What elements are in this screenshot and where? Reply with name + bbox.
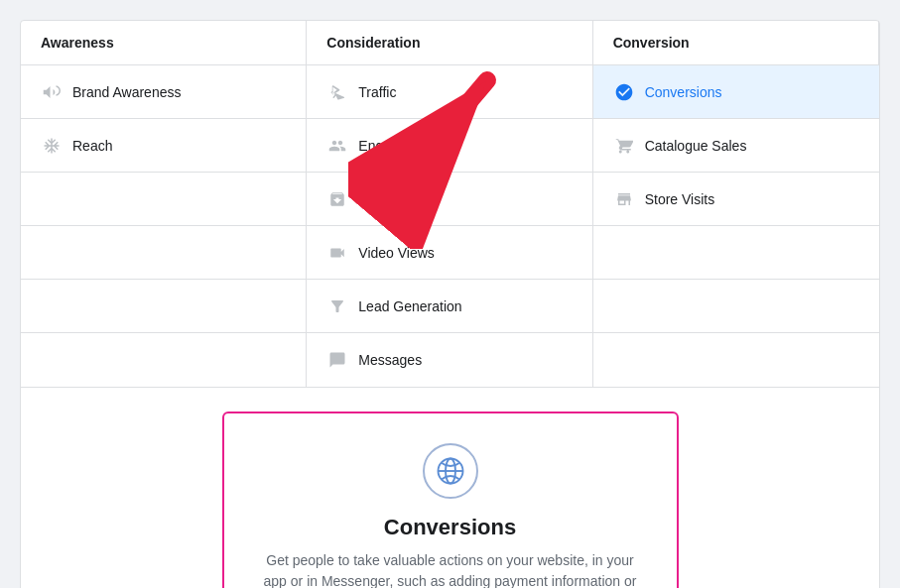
awareness-column: Brand Awareness Reach [21,65,307,387]
detail-card-desc: Get people to take valuable actions on y… [264,550,637,588]
brand-awareness-item[interactable]: Brand Awareness [21,65,306,119]
engagement-item[interactable]: Engagement [307,119,591,173]
box-icon [326,188,348,210]
detail-card: Conversions Get people to take valuable … [222,412,679,588]
conversions-label: Conversions [645,84,722,100]
catalogue-sales-label: Catalogue Sales [645,138,747,154]
app-installs-label: App Installs [358,191,430,207]
conversion-spacer-1 [593,226,879,280]
engagement-label: Engagement [358,138,437,154]
app-installs-item[interactable]: App Installs [307,173,591,226]
megaphone-icon [41,81,63,103]
snowflake-icon [41,135,63,157]
video-views-label: Video Views [358,245,435,261]
awareness-spacer-1 [21,173,306,226]
detail-section: Conversions Get people to take valuable … [21,388,879,588]
conversion-spacer-2 [593,280,879,333]
check-circle-icon [613,81,635,103]
objective-table-section: Awareness Consideration Conversion Brand… [21,21,879,388]
store-icon [613,188,635,210]
store-visits-label: Store Visits [645,191,715,207]
lead-generation-item[interactable]: Lead Generation [307,280,591,333]
cart-icon [613,135,635,157]
awareness-spacer-4 [21,333,306,387]
awareness-spacer-3 [21,280,306,333]
traffic-label: Traffic [358,84,396,100]
cursor-icon [326,81,348,103]
reach-label: Reach [72,138,112,154]
detail-card-icon [423,443,478,499]
objective-table: Awareness Consideration Conversion Brand… [21,21,879,388]
messages-label: Messages [358,352,422,368]
funnel-icon [326,295,348,317]
header-conversion: Conversion [593,21,879,65]
header-awareness: Awareness [21,21,307,65]
header-consideration: Consideration [307,21,592,65]
video-icon [326,242,348,264]
catalogue-sales-item[interactable]: Catalogue Sales [593,119,879,173]
conversions-item[interactable]: Conversions [593,65,879,119]
awareness-spacer-2 [21,226,306,280]
detail-card-title: Conversions [384,515,516,540]
people-icon [326,135,348,157]
traffic-item[interactable]: Traffic [307,65,591,119]
chat-icon [326,349,348,371]
conversion-column: Conversions Catalogue Sales [593,65,879,387]
store-visits-item[interactable]: Store Visits [593,173,879,226]
video-views-item[interactable]: Video Views [307,226,591,280]
messages-item[interactable]: Messages [307,333,591,387]
reach-item[interactable]: Reach [21,119,306,173]
brand-awareness-label: Brand Awareness [72,84,181,100]
lead-generation-label: Lead Generation [358,298,461,314]
conversion-spacer-3 [593,333,879,387]
consideration-column: Traffic Engagement [307,65,592,387]
objective-selector: Awareness Consideration Conversion Brand… [20,20,880,588]
